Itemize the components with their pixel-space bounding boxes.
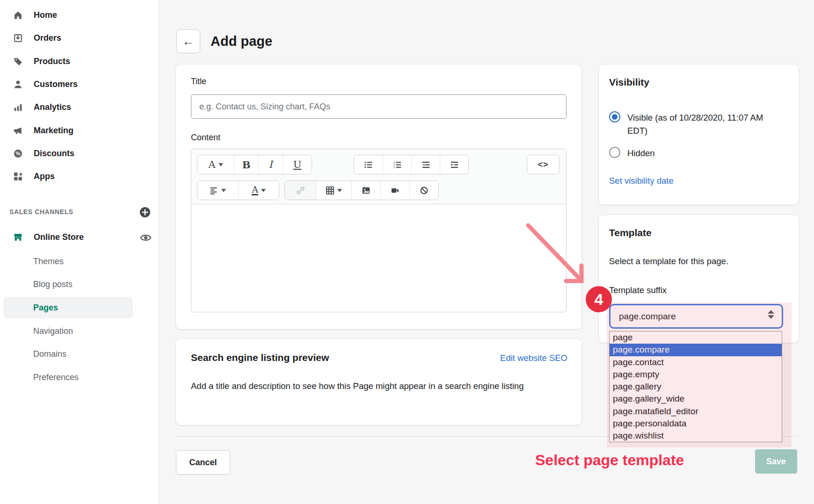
indent-icon	[450, 160, 459, 169]
sales-channels-header: SALES CHANNELS	[0, 206, 159, 220]
home-icon	[13, 10, 23, 20]
page-title: Add page	[211, 29, 272, 53]
visible-option-label: Visible (as of 10/28/2020, 11:07 AM EDT)	[627, 111, 784, 137]
visible-radio-option[interactable]: Visible (as of 10/28/2020, 11:07 AM EDT)	[609, 111, 784, 137]
indent-button[interactable]	[440, 155, 468, 174]
sidebar-item-discounts[interactable]: % Discounts	[0, 142, 159, 165]
template-heading: Template	[609, 227, 652, 238]
chevron-down-icon	[337, 189, 342, 192]
template-suffix-dropdown: page page.compare page.contact page.empt…	[609, 331, 782, 442]
sidebar: Home Orders Products Customers Analytics…	[0, 0, 159, 504]
title-input[interactable]	[191, 94, 567, 119]
sidebar-item-label: Home	[34, 10, 57, 20]
bulleted-list-icon	[364, 160, 373, 169]
template-option[interactable]: page.personaldata	[610, 418, 782, 430]
numbered-list-button[interactable]: 123	[383, 155, 411, 174]
sidebar-item-domains[interactable]: Domains	[0, 343, 159, 365]
template-suffix-select[interactable]: page.compare	[609, 304, 783, 329]
chevron-down-icon	[261, 189, 266, 192]
apps-icon	[13, 172, 23, 181]
template-card: Template Select a template for this page…	[599, 215, 799, 343]
analytics-icon	[13, 102, 23, 112]
seo-description: Add a title and description to see how t…	[191, 379, 551, 393]
sidebar-item-label: Customers	[34, 79, 78, 89]
template-suffix-value: page.compare	[619, 311, 676, 322]
bold-button[interactable]: B	[234, 155, 258, 174]
sidebar-item-home[interactable]: Home	[0, 4, 159, 27]
view-store-eye-icon[interactable]	[139, 231, 152, 244]
formatting-letter: A	[208, 159, 215, 170]
storefront-icon	[13, 232, 23, 242]
template-option[interactable]: page.empty	[610, 368, 782, 381]
outdent-button[interactable]	[411, 155, 440, 174]
insert-video-button[interactable]	[380, 181, 409, 200]
sidebar-item-online-store[interactable]: Online Store	[0, 226, 159, 249]
set-visibility-date-link[interactable]: Set visibility date	[609, 176, 674, 186]
save-button[interactable]: Save	[755, 449, 797, 474]
content-textarea[interactable]	[191, 204, 566, 312]
sidebar-item-products[interactable]: Products	[0, 50, 159, 73]
template-option[interactable]: page.wishlist	[610, 430, 782, 442]
alignment-dropdown-button[interactable]	[197, 181, 238, 200]
outdent-icon	[422, 160, 430, 169]
products-icon	[13, 57, 23, 66]
code-icon: <>	[538, 160, 548, 170]
sidebar-item-customers[interactable]: Customers	[0, 73, 159, 96]
annotation-note: Select page template	[535, 452, 684, 469]
formatting-dropdown-button[interactable]: A	[197, 155, 234, 174]
chevron-down-icon	[218, 163, 223, 166]
content-label: Content	[191, 133, 220, 143]
underline-button[interactable]: U	[283, 155, 312, 174]
show-html-button[interactable]: <>	[527, 155, 559, 174]
link-icon	[296, 186, 305, 195]
template-option[interactable]: page.contact	[610, 356, 782, 368]
page-details-card: Title Content A B I U 123	[176, 65, 581, 329]
italic-button[interactable]: I	[258, 155, 283, 174]
bulleted-list-button[interactable]	[354, 155, 383, 174]
sidebar-item-marketing[interactable]: Marketing	[0, 119, 159, 142]
sidebar-item-pages[interactable]: Pages	[3, 297, 133, 318]
title-label: Title	[191, 77, 206, 86]
hidden-option-label: Hidden	[627, 147, 655, 160]
orders-icon	[13, 33, 23, 43]
template-option[interactable]: page.gallery	[610, 381, 782, 393]
back-button[interactable]: ←	[176, 29, 200, 53]
back-arrow-icon: ←	[182, 34, 195, 49]
seo-card: Search engine listing preview Edit websi…	[176, 339, 581, 425]
edit-website-seo-link[interactable]: Edit website SEO	[500, 353, 567, 363]
svg-text:%: %	[16, 151, 21, 156]
insert-table-button[interactable]	[316, 181, 351, 200]
template-option-selected[interactable]: page.compare	[610, 344, 782, 356]
sidebar-item-blog-posts[interactable]: Blog posts	[0, 274, 159, 295]
radio-unselected-icon[interactable]	[609, 147, 620, 158]
sidebar-item-label: Marketing	[34, 126, 73, 136]
sidebar-item-themes[interactable]: Themes	[0, 251, 159, 272]
align-left-icon	[210, 186, 218, 195]
editor-toolbar: A B I U 123	[191, 149, 566, 204]
visibility-card: Visibility Visible (as of 10/28/2020, 11…	[599, 65, 799, 205]
select-updown-icon	[768, 310, 774, 319]
template-option[interactable]: page	[610, 331, 782, 344]
text-color-icon: A	[252, 185, 258, 195]
add-sales-channel-icon[interactable]	[139, 206, 151, 218]
text-color-dropdown-button[interactable]: A	[238, 181, 279, 200]
customers-icon	[13, 79, 23, 89]
insert-image-button[interactable]	[351, 181, 380, 200]
hidden-radio-option[interactable]: Hidden	[609, 147, 655, 160]
template-option[interactable]: page.matafield_editor	[610, 405, 782, 418]
template-option[interactable]: page.gallery_wide	[610, 393, 782, 405]
sidebar-item-label: Products	[34, 57, 70, 66]
sidebar-item-analytics[interactable]: Analytics	[0, 96, 159, 119]
sidebar-item-navigation[interactable]: Navigation	[0, 320, 159, 342]
sidebar-item-orders[interactable]: Orders	[0, 27, 159, 50]
svg-text:3: 3	[393, 166, 394, 168]
sidebar-item-label: Discounts	[34, 149, 74, 158]
radio-selected-icon[interactable]	[609, 111, 620, 122]
clear-formatting-button[interactable]	[409, 181, 438, 200]
image-icon	[362, 186, 371, 195]
sidebar-item-apps[interactable]: Apps	[0, 165, 159, 188]
sidebar-item-label: Orders	[34, 33, 61, 43]
sidebar-item-preferences[interactable]: Preferences	[0, 367, 159, 388]
cancel-button[interactable]: Cancel	[176, 450, 230, 475]
insert-link-button[interactable]	[285, 181, 316, 200]
